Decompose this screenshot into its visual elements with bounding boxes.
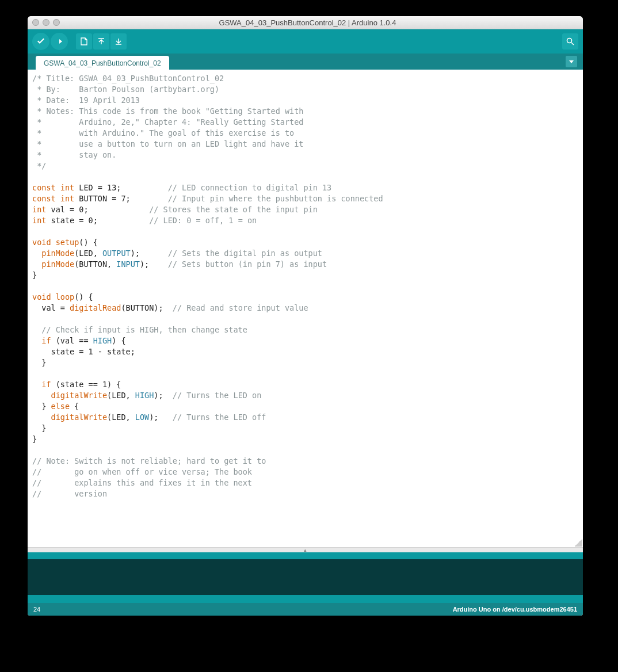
tab-menu-button[interactable] bbox=[566, 56, 577, 67]
new-button[interactable] bbox=[76, 33, 92, 49]
tab-label: GSWA_04_03_PushButtonControl_02 bbox=[44, 59, 161, 67]
svg-point-0 bbox=[567, 39, 572, 43]
titlebar: GSWA_04_03_PushButtonControl_02 | Arduin… bbox=[28, 16, 583, 29]
status-bar: 24 Arduino Uno on /dev/cu.usbmodem26451 bbox=[28, 603, 583, 616]
resize-handle-icon[interactable] bbox=[574, 539, 582, 547]
console-output[interactable] bbox=[28, 559, 583, 595]
toolbar bbox=[28, 29, 583, 54]
serial-monitor-button[interactable] bbox=[562, 33, 578, 49]
code-editor[interactable]: /* Title: GSWA_04_03_PushButtonControl_0… bbox=[28, 70, 583, 547]
cursor-line: 24 bbox=[33, 606, 40, 613]
tab-active[interactable]: GSWA_04_03_PushButtonControl_02 bbox=[36, 56, 169, 70]
splitter-handle[interactable]: ▴ bbox=[28, 547, 583, 552]
console-area bbox=[28, 552, 583, 603]
tab-bar: GSWA_04_03_PushButtonControl_02 bbox=[28, 54, 583, 70]
window-title: GSWA_04_03_PushButtonControl_02 | Arduin… bbox=[37, 18, 578, 27]
open-button[interactable] bbox=[93, 33, 109, 49]
save-button[interactable] bbox=[110, 33, 127, 49]
verify-button[interactable] bbox=[32, 33, 49, 50]
arduino-ide-window: GSWA_04_03_PushButtonControl_02 | Arduin… bbox=[28, 16, 583, 616]
board-port-label: Arduino Uno on /dev/cu.usbmodem26451 bbox=[453, 606, 577, 613]
upload-button[interactable] bbox=[51, 33, 68, 50]
